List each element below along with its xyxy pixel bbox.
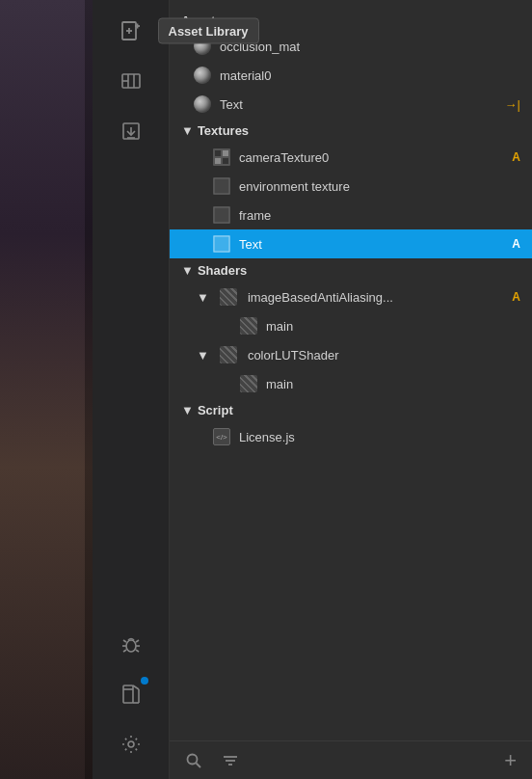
script-icon: </> — [212, 427, 231, 446]
shaders-title: Shaders — [198, 263, 247, 278]
import-icon[interactable] — [108, 108, 154, 154]
shaders-section-header[interactable]: ▼ Shaders — [170, 258, 532, 282]
asset-name: main — [266, 377, 520, 391]
panel-icon[interactable] — [108, 58, 154, 104]
list-item[interactable]: frame — [170, 201, 532, 229]
texture-icon — [212, 176, 231, 196]
list-item[interactable]: material0 — [170, 61, 532, 90]
shader-icon — [239, 374, 258, 393]
list-item[interactable]: main — [170, 311, 532, 340]
bottom-toolbar: + — [170, 740, 532, 779]
textures-section-header[interactable]: ▼ Textures — [170, 119, 532, 143]
collapse-triangle: ▼ — [181, 123, 194, 138]
svg-rect-19 — [123, 685, 133, 703]
script-title: Script — [198, 403, 233, 417]
shader-icon — [219, 345, 238, 364]
shader-name: imageBasedAntiAliasing... — [248, 290, 508, 305]
shader-icon — [219, 287, 238, 307]
list-item[interactable]: </> License.js — [170, 422, 532, 451]
edge-strip — [0, 0, 93, 779]
assets-list: Assets occlusion_mat material0 Text →| ▼… — [170, 0, 532, 740]
main-panel: Assets occlusion_mat material0 Text →| ▼… — [170, 0, 532, 779]
asset-name: Text — [239, 237, 504, 252]
shader-icon — [239, 316, 258, 336]
svg-line-17 — [123, 650, 126, 652]
library-badge — [141, 677, 148, 685]
texture-icon — [212, 148, 231, 167]
sphere-icon — [193, 66, 212, 85]
collapse-triangle: ▼ — [197, 348, 209, 363]
collapse-triangle: ▼ — [181, 403, 194, 417]
asset-name: main — [266, 319, 520, 334]
svg-point-12 — [126, 640, 136, 652]
a-badge: A — [512, 290, 520, 304]
asset-name: frame — [239, 208, 520, 223]
list-item[interactable]: cameraTexture0 A — [170, 143, 532, 172]
asset-library-tooltip: Asset Library — [158, 18, 259, 44]
collapse-triangle: ▼ — [197, 290, 209, 305]
arrow-badge: →| — [505, 97, 520, 112]
svg-rect-30 — [213, 177, 230, 195]
list-item[interactable]: environment texture — [170, 172, 532, 201]
svg-line-37 — [197, 763, 201, 767]
shader-name: colorLUTShader — [248, 348, 520, 363]
asset-name: occlusion_mat — [220, 40, 520, 54]
add-asset-button[interactable]: Asset Library — [108, 8, 154, 54]
shader-group-header[interactable]: ▼ colorLUTShader — [170, 340, 532, 369]
sphere-icon — [193, 94, 212, 114]
debug-icon[interactable] — [108, 621, 154, 667]
list-item-selected[interactable]: Text A — [170, 229, 532, 258]
list-item[interactable]: Text →| — [170, 90, 532, 119]
svg-point-24 — [128, 741, 134, 747]
svg-line-16 — [136, 640, 139, 642]
svg-rect-28 — [215, 158, 221, 164]
svg-rect-26 — [215, 150, 221, 156]
texture-icon — [212, 234, 231, 254]
asset-name: cameraTexture0 — [239, 150, 504, 165]
search-button[interactable] — [185, 752, 202, 769]
texture-icon — [212, 205, 231, 225]
a-badge: A — [512, 150, 520, 164]
shader-group-header[interactable]: ▼ imageBasedAntiAliasing... A — [170, 282, 532, 311]
asset-name: environment texture — [239, 179, 520, 194]
library-icon[interactable] — [108, 671, 154, 717]
svg-rect-27 — [223, 150, 228, 156]
add-button[interactable]: + — [504, 748, 517, 773]
asset-name: License.js — [239, 430, 520, 444]
svg-line-21 — [133, 685, 139, 689]
svg-line-18 — [136, 650, 139, 652]
svg-rect-29 — [223, 158, 228, 164]
asset-name: Text — [220, 97, 497, 112]
svg-point-36 — [188, 754, 198, 764]
asset-name: material0 — [220, 68, 520, 83]
sidebar: Asset Library — [93, 0, 170, 779]
list-item[interactable]: main — [170, 369, 532, 398]
svg-rect-32 — [213, 206, 230, 224]
collapse-triangle: ▼ — [181, 263, 194, 278]
svg-line-15 — [123, 640, 126, 642]
script-section-header[interactable]: ▼ Script — [170, 398, 532, 422]
settings-icon[interactable] — [108, 721, 154, 767]
svg-rect-34 — [213, 235, 230, 253]
filter-button[interactable] — [222, 752, 239, 769]
a-badge: A — [512, 237, 520, 251]
textures-title: Textures — [198, 123, 249, 138]
